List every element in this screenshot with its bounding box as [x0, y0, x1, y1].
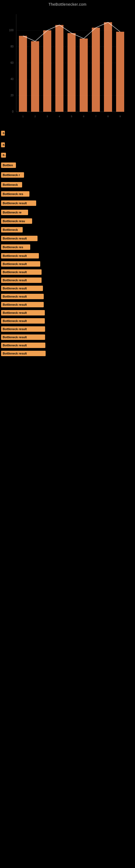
results-container: B B Bo Bottlen Bottleneck r Bottleneck B…	[0, 131, 135, 356]
svg-text:9: 9	[119, 115, 121, 118]
site-header: TheBottlenecker.com	[0, 0, 135, 9]
result-label: Bottleneck	[1, 182, 22, 187]
svg-rect-14	[19, 36, 27, 112]
result-label: Bottleneck res	[1, 191, 30, 197]
result-label: Bottleneck result	[1, 261, 40, 267]
svg-rect-22	[116, 32, 124, 112]
result-label: Bottleneck result	[1, 335, 45, 340]
list-item: Bottleneck result	[0, 335, 135, 340]
result-label: Bottleneck result	[1, 278, 42, 283]
svg-rect-21	[104, 22, 112, 112]
list-item: Bottleneck result	[0, 318, 135, 323]
result-label: Bottleneck	[1, 227, 23, 232]
list-item: B	[0, 131, 135, 135]
result-label: Bottleneck resu	[1, 218, 32, 224]
result-label: Bottleneck result	[1, 269, 42, 275]
list-item: Bo	[0, 153, 135, 158]
svg-text:20: 20	[10, 94, 14, 97]
result-label: Bottleneck result	[1, 286, 43, 291]
svg-text:0: 0	[12, 110, 13, 113]
result-label: Bottleneck result	[1, 200, 36, 206]
list-item: Bottleneck	[0, 182, 135, 187]
svg-text:80: 80	[10, 45, 14, 48]
result-label: Bottleneck res	[1, 244, 30, 250]
svg-rect-15	[31, 41, 39, 112]
list-item: Bottleneck resu	[0, 218, 135, 224]
result-label: Bottleneck result	[1, 318, 45, 323]
svg-rect-18	[68, 33, 76, 112]
result-label: Bottlen	[1, 162, 16, 168]
svg-text:5: 5	[71, 115, 72, 118]
list-item: Bottleneck result	[0, 269, 135, 275]
svg-rect-17	[55, 25, 63, 112]
svg-text:6: 6	[83, 115, 84, 118]
result-label: Bottleneck re	[1, 210, 28, 215]
list-item: Bottleneck r	[0, 172, 135, 178]
list-item: Bottleneck result	[0, 326, 135, 332]
result-label: Bottleneck result	[1, 326, 45, 332]
list-item: Bottleneck	[0, 227, 135, 232]
list-item: Bottleneck result	[0, 294, 135, 299]
result-label: Bottleneck result	[1, 351, 46, 356]
svg-text:3: 3	[46, 115, 48, 118]
result-label: B	[1, 143, 5, 147]
list-item: Bottleneck res	[0, 244, 135, 250]
list-item: Bottleneck result	[0, 253, 135, 258]
svg-rect-19	[80, 38, 88, 112]
performance-chart: 0 20 40 60 80 100 1 2 3 4 5 6 7 8 9	[0, 9, 135, 123]
svg-text:60: 60	[10, 61, 14, 64]
svg-text:4: 4	[58, 115, 60, 118]
list-item: Bottleneck result	[0, 310, 135, 315]
svg-text:1: 1	[22, 115, 24, 118]
list-item: Bottleneck result	[0, 236, 135, 241]
svg-text:100: 100	[9, 29, 13, 32]
site-title: TheBottlenecker.com	[0, 0, 135, 9]
list-item: Bottleneck result	[0, 302, 135, 307]
result-label: B	[1, 131, 5, 135]
list-item: Bottleneck re	[0, 210, 135, 215]
list-item: Bottleneck result	[0, 261, 135, 267]
result-label: Bottleneck result	[1, 253, 39, 258]
svg-rect-16	[43, 30, 51, 112]
list-item: Bottleneck result	[0, 343, 135, 348]
list-item: Bottlen	[0, 162, 135, 168]
svg-rect-20	[92, 28, 100, 112]
chart-area: 0 20 40 60 80 100 1 2 3 4 5 6 7 8 9	[0, 9, 135, 123]
list-item: Bottleneck result	[0, 351, 135, 356]
result-label: Bo	[1, 153, 6, 158]
svg-text:8: 8	[107, 115, 108, 118]
list-item: Bottleneck result	[0, 200, 135, 206]
svg-text:40: 40	[10, 78, 14, 81]
result-label: Bottleneck result	[1, 294, 44, 299]
result-label: Bottleneck r	[1, 172, 24, 178]
result-label: Bottleneck result	[1, 302, 44, 307]
result-label: Bottleneck result	[1, 310, 45, 315]
list-item: Bottleneck res	[0, 191, 135, 197]
svg-text:2: 2	[34, 115, 36, 118]
result-label: Bottleneck result	[1, 343, 45, 348]
list-item: Bottleneck result	[0, 286, 135, 291]
result-label: Bottleneck result	[1, 236, 38, 241]
list-item: B	[0, 143, 135, 147]
list-item: Bottleneck result	[0, 278, 135, 283]
svg-text:7: 7	[95, 115, 96, 118]
